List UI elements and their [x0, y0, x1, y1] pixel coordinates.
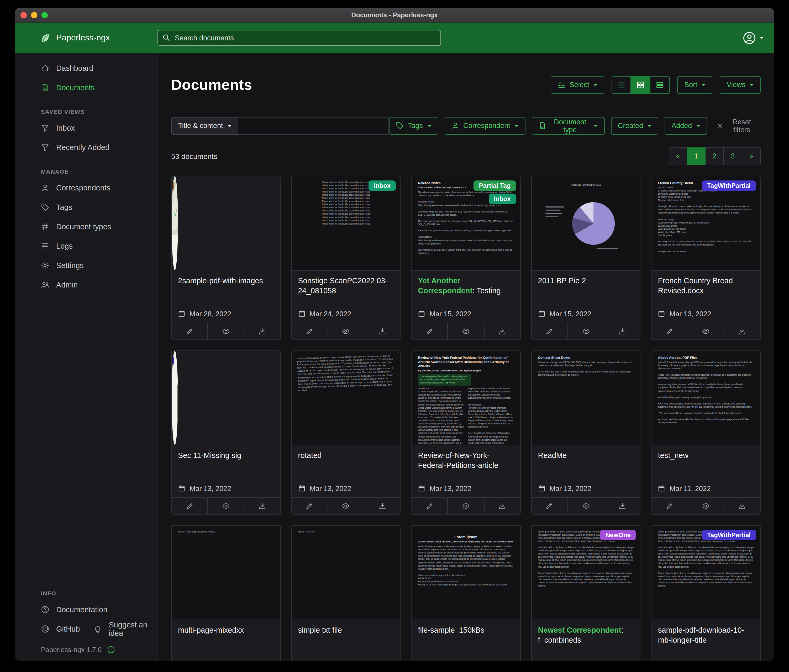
download-button[interactable] — [484, 323, 520, 339]
document-title-link[interactable]: ReadMe — [538, 451, 634, 460]
sidebar-item-inbox[interactable]: Inbox — [15, 118, 157, 137]
document-thumbnail[interactable]: is the text that appears on the first pa… — [292, 351, 400, 445]
edit-button[interactable] — [172, 498, 208, 514]
document-thumbnail[interactable]: Release NotesSimba ODBC Driver for SQL S… — [412, 176, 520, 271]
document-title-link[interactable]: 2sample-pdf-with-images — [178, 275, 274, 286]
document-title-link[interactable]: rotated — [298, 451, 394, 460]
pagination-prev[interactable]: « — [669, 147, 687, 165]
document-thumbnail[interactable]: Lorem ipsum dolor sit amet, consectetur … — [652, 525, 760, 620]
filter-tags-button[interactable]: Tags — [389, 117, 438, 135]
view-button[interactable] — [327, 323, 364, 339]
document-title-link[interactable]: Sec 11-Missing sig — [178, 451, 274, 460]
sort-button[interactable]: Sort — [677, 76, 712, 94]
page-3[interactable]: 3 — [724, 147, 742, 165]
user-menu[interactable] — [743, 31, 764, 44]
edit-button[interactable] — [652, 323, 687, 339]
views-button[interactable]: Views — [720, 76, 761, 94]
document-thumbnail[interactable]: Lorem ipsum dolor sit amet, consectetur … — [532, 525, 640, 620]
view-button[interactable] — [327, 498, 364, 514]
edit-button[interactable] — [532, 498, 567, 514]
document-thumbnail[interactable]: This is a test for the double space char… — [292, 176, 400, 271]
page-2[interactable]: 2 — [706, 147, 724, 165]
sidebar-item-document-types[interactable]: Document types — [15, 217, 157, 236]
tag-tagwithpartial[interactable]: TagWithPartial — [702, 180, 756, 191]
sidebar-item-github[interactable]: GitHub — [15, 619, 80, 639]
edit-button[interactable] — [532, 323, 567, 339]
pagination-next[interactable]: » — [742, 147, 761, 165]
document-title-link[interactable]: Sonstige ScanPC2022 03-24_081058 — [298, 275, 394, 296]
document-title-link[interactable]: sample-pdf-download-10-mb-longer-title — [658, 625, 754, 645]
document-thumbnail[interactable]: Lorem ipsumLorem ipsum dolor sit amet, c… — [412, 525, 520, 620]
document-title-link[interactable]: French Country Bread Revised.docx — [658, 275, 754, 296]
document-thumbnail[interactable]: This is a test file. — [292, 525, 400, 620]
view-list-button[interactable] — [612, 76, 631, 94]
sidebar-item-tags[interactable]: Tags — [15, 197, 157, 217]
download-button[interactable] — [364, 323, 400, 339]
document-thumbnail[interactable]: Adobe Acrobat PDF FilesAdobe® Portable D… — [652, 351, 760, 445]
view-button[interactable] — [447, 498, 484, 514]
sidebar-item-settings[interactable]: Settings — [15, 255, 157, 275]
document-thumbnail[interactable]: French Country BreadFor the Leaven: 1 he… — [652, 176, 760, 271]
tag-tagwithpartial[interactable]: TagWithPartial — [702, 530, 756, 540]
edit-button[interactable] — [652, 498, 687, 514]
sidebar-item-suggest-an-idea[interactable]: Suggest an idea — [80, 619, 157, 639]
document-title-link[interactable]: file-sample_150kBs — [418, 625, 514, 635]
filter-created-button[interactable]: Created — [611, 117, 658, 135]
sidebar-item-correspondents[interactable]: Correspondents — [15, 178, 157, 197]
view-button[interactable] — [687, 323, 724, 339]
view-button[interactable] — [687, 498, 724, 514]
edit-button[interactable] — [412, 323, 447, 339]
sidebar-item-documents[interactable]: Documents — [15, 78, 157, 97]
document-thumbnail[interactable]: Contact Sheet DemoGiven a set of image f… — [532, 351, 640, 445]
document-title-link[interactable]: multi-page-mixedxx — [178, 625, 274, 635]
document-title-link[interactable]: Yet Another Correspondent: Testing Email — [418, 275, 514, 297]
view-button[interactable] — [567, 498, 604, 514]
correspondent-link[interactable]: Yet Another Correspondent — [418, 276, 473, 295]
edit-button[interactable] — [172, 323, 208, 339]
tag-inbox[interactable]: Inbox — [369, 180, 396, 191]
document-thumbnail[interactable]: This is a multi page document. Page 1. — [172, 525, 280, 620]
download-button[interactable] — [604, 498, 640, 514]
sidebar-item-logs[interactable]: Logs — [15, 236, 157, 255]
filter-document-type-button[interactable]: Document type — [532, 117, 605, 135]
document-title-link[interactable]: 2011 BP Pie 2 — [538, 275, 634, 286]
tag-another-sample-tag[interactable]: Another Sample Tag — [172, 180, 174, 191]
sidebar-item-dashboard[interactable]: Dashboard — [15, 58, 157, 78]
document-thumbnail[interactable]: Review of New York Federal Petitions for… — [412, 351, 520, 445]
correspondent-link[interactable]: Newest Correspondent — [538, 626, 621, 634]
filter-added-button[interactable]: Added — [664, 117, 707, 135]
sidebar-item-recently-added[interactable]: Recently Added — [15, 137, 157, 157]
filter-correspondent-button[interactable]: Correspondent — [444, 117, 525, 135]
search-input[interactable] — [158, 30, 441, 46]
download-button[interactable] — [724, 498, 760, 514]
download-button[interactable] — [244, 498, 280, 514]
edit-button[interactable] — [412, 498, 447, 514]
document-thumbnail[interactable]: 11. CONTINUING MEDICAL EDUCATagWithParti… — [172, 351, 178, 445]
reset-filters-button[interactable]: Reset filters — [713, 117, 761, 134]
view-button[interactable] — [208, 323, 244, 339]
tag-newone[interactable]: NewOne — [600, 530, 636, 540]
download-button[interactable] — [484, 498, 520, 514]
filter-text-input[interactable] — [238, 117, 389, 135]
document-title-link[interactable]: simple txt file — [298, 625, 394, 635]
view-button[interactable] — [208, 498, 244, 514]
document-title-link[interactable]: Review-of-New-York-Federal-Petitions-art… — [418, 451, 514, 471]
tag-tagwithpartial[interactable]: TagWithPartial — [172, 355, 174, 365]
document-title-link[interactable]: Newest Correspondent: f_combineds — [538, 625, 634, 645]
document-thumbnail[interactable]: Another Sample Tag — [172, 176, 178, 271]
select-button[interactable]: Select — [551, 76, 604, 94]
info-circle-icon[interactable] — [107, 646, 115, 654]
download-button[interactable] — [244, 323, 280, 339]
app-brand[interactable]: Paperless-ngx — [15, 32, 158, 43]
page-1[interactable]: 1 — [687, 147, 706, 165]
view-details-button[interactable] — [651, 76, 670, 94]
edit-button[interactable] — [292, 323, 327, 339]
sidebar-item-admin[interactable]: Admin — [15, 275, 157, 294]
tag-partial-tag[interactable]: Partial Tag — [474, 180, 516, 191]
document-thumbnail[interactable]: Patient BP Distribution 2011 — [532, 176, 640, 271]
edit-button[interactable] — [292, 498, 327, 514]
sidebar-item-documentation[interactable]: Documentation — [15, 600, 157, 619]
tag-inbox[interactable]: Inbox — [489, 193, 516, 204]
view-button[interactable] — [447, 323, 484, 339]
document-title-link[interactable]: test_new — [658, 451, 754, 460]
